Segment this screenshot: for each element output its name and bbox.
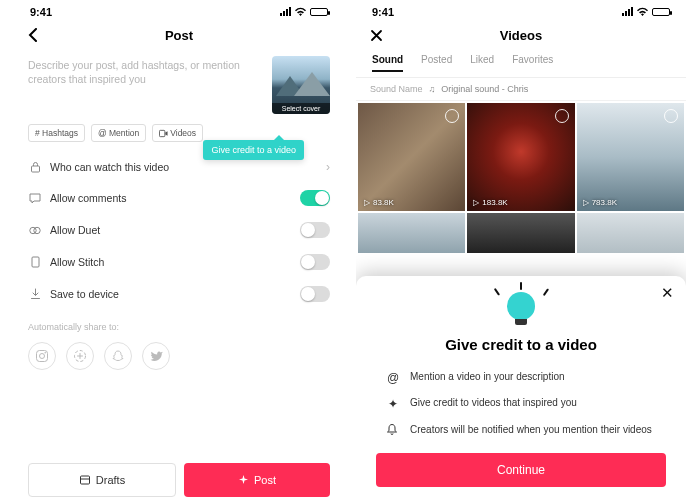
svg-rect-5 <box>37 351 48 362</box>
svg-rect-1 <box>31 166 39 172</box>
sheet-item-text: Creators will be notified when you menti… <box>410 423 652 437</box>
status-icons <box>279 6 328 18</box>
comments-toggle[interactable] <box>300 190 330 206</box>
status-time: 9:41 <box>372 6 394 18</box>
video-icon <box>159 129 168 138</box>
privacy-label: Who can watch this video <box>50 161 169 173</box>
videos-screen: 9:41 Videos Sound Posted Liked Favorites… <box>356 0 686 503</box>
video-grid: ▷ 83.8K ▷ 183.8K ▷ 783.8K <box>356 101 686 213</box>
save-toggle[interactable] <box>300 286 330 302</box>
autoshare-label: Automatically share to: <box>14 310 344 338</box>
video-cell[interactable]: ▷ 783.8K <box>577 103 684 211</box>
stitch-icon <box>28 256 42 268</box>
drafts-label: Drafts <box>96 474 125 486</box>
tabs: Sound Posted Liked Favorites <box>356 50 686 78</box>
stories-share-icon[interactable] <box>66 342 94 370</box>
views-badge: ▷ 183.8K <box>473 198 507 207</box>
snapchat-share-icon[interactable] <box>104 342 132 370</box>
drafts-button[interactable]: Drafts <box>28 463 176 497</box>
videos-chip-label: Videos <box>170 128 196 138</box>
select-circle[interactable] <box>664 109 678 123</box>
sound-name: Original sound - Chris <box>441 84 528 94</box>
signal-icon <box>279 6 291 18</box>
signal-icon <box>621 6 633 18</box>
nav-header: Post <box>14 20 344 50</box>
lock-icon <box>28 161 42 173</box>
duet-row: Allow Duet <box>28 214 330 246</box>
duet-icon <box>28 225 42 236</box>
settings-list: Who can watch this video Everyone › Allo… <box>14 152 344 310</box>
svg-point-6 <box>40 354 45 359</box>
video-cell[interactable]: ▷ 183.8K <box>467 103 574 211</box>
sparkle-icon: ✦ <box>386 396 400 412</box>
save-label: Save to device <box>50 288 119 300</box>
video-grid-row2 <box>356 213 686 253</box>
stitch-toggle[interactable] <box>300 254 330 270</box>
mention-chip[interactable]: @ Mention <box>91 124 146 142</box>
status-time: 9:41 <box>30 6 52 18</box>
video-cell[interactable] <box>358 213 465 253</box>
hashtags-chip[interactable]: # Hashtags <box>28 124 85 142</box>
sheet-close-button[interactable]: ✕ <box>661 284 674 302</box>
description-input[interactable]: Describe your post, add hashtags, or men… <box>28 56 264 114</box>
video-cell[interactable]: ▷ 83.8K <box>358 103 465 211</box>
credit-tooltip[interactable]: Give credit to a video <box>203 140 304 160</box>
post-screen: 9:41 Post Describe your post, add hashta… <box>14 0 344 503</box>
select-circle[interactable] <box>555 109 569 123</box>
post-label: Post <box>254 474 276 486</box>
sheet-item: Creators will be notified when you menti… <box>376 418 666 442</box>
comment-icon <box>28 193 42 204</box>
status-bar: 9:41 <box>356 0 686 20</box>
page-title: Post <box>165 28 193 43</box>
stitch-label: Allow Stitch <box>50 256 104 268</box>
mention-icon: @ <box>386 370 400 386</box>
close-button[interactable] <box>370 29 383 42</box>
nav-header: Videos <box>356 20 686 50</box>
download-icon <box>28 288 42 300</box>
wifi-icon <box>294 7 307 17</box>
tab-favorites[interactable]: Favorites <box>512 54 553 71</box>
battery-icon <box>310 8 328 16</box>
continue-button[interactable]: Continue <box>376 453 666 487</box>
share-icons-row <box>14 338 344 380</box>
back-button[interactable] <box>28 28 38 42</box>
sound-row[interactable]: Sound Name ♫ Original sound - Chris <box>356 78 686 101</box>
svg-rect-0 <box>160 130 165 136</box>
tab-posted[interactable]: Posted <box>421 54 452 71</box>
post-button[interactable]: Post <box>184 463 330 497</box>
bell-icon <box>386 423 400 436</box>
wifi-icon <box>636 7 649 17</box>
lightbulb-icon <box>376 286 666 336</box>
sheet-item: @ Mention a video in your description <box>376 365 666 391</box>
chip-row: # Hashtags @ Mention Videos Give credit … <box>14 122 344 152</box>
save-row: Save to device <box>28 278 330 310</box>
post-icon <box>238 475 249 486</box>
duet-toggle[interactable] <box>300 222 330 238</box>
tab-liked[interactable]: Liked <box>470 54 494 71</box>
page-title: Videos <box>500 28 542 43</box>
videos-chip[interactable]: Videos <box>152 124 203 142</box>
select-circle[interactable] <box>445 109 459 123</box>
cover-thumbnail[interactable]: Select cover <box>272 56 330 114</box>
views-badge: ▷ 83.8K <box>364 198 394 207</box>
comments-label: Allow comments <box>50 192 126 204</box>
bottom-bar: Drafts Post <box>28 463 330 497</box>
sheet-title: Give credit to a video <box>376 336 666 353</box>
music-note-icon: ♫ <box>429 84 436 94</box>
twitter-share-icon[interactable] <box>142 342 170 370</box>
drafts-icon <box>79 474 91 486</box>
sound-label: Sound Name <box>370 84 423 94</box>
battery-icon <box>652 8 670 16</box>
tab-sound[interactable]: Sound <box>372 54 403 71</box>
sheet-item-text: Mention a video in your description <box>410 370 565 384</box>
video-cell[interactable] <box>577 213 684 253</box>
sheet-item-text: Give credit to videos that inspired you <box>410 396 577 410</box>
stitch-row: Allow Stitch <box>28 246 330 278</box>
comments-row: Allow comments <box>28 182 330 214</box>
instagram-share-icon[interactable] <box>28 342 56 370</box>
post-editor: Describe your post, add hashtags, or men… <box>14 50 344 122</box>
chevron-right-icon: › <box>326 160 330 174</box>
views-badge: ▷ 783.8K <box>583 198 617 207</box>
select-cover-label: Select cover <box>272 103 330 114</box>
video-cell[interactable] <box>467 213 574 253</box>
